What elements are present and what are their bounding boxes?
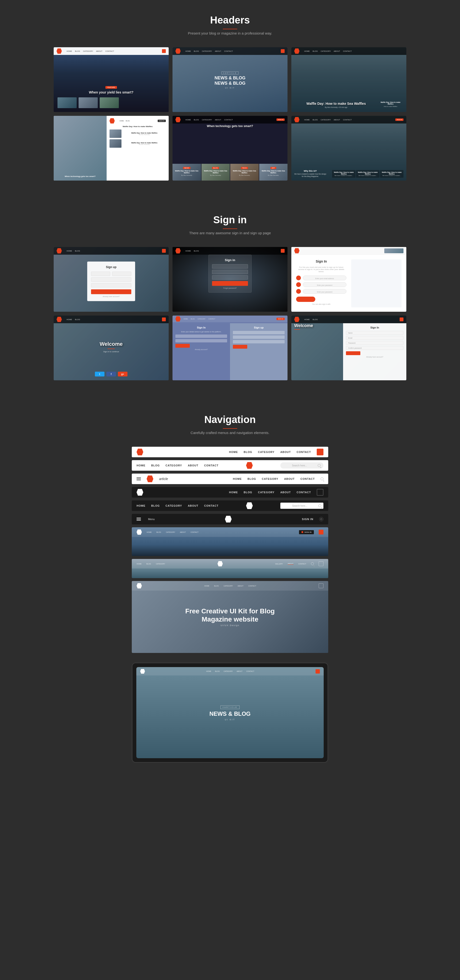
nh3-square-icon[interactable]	[319, 583, 324, 588]
google-btn[interactable]: g+	[118, 372, 127, 377]
password-placeholder: Enter your password	[315, 285, 334, 286]
nav-home-5: HOME	[186, 119, 191, 121]
right-confirm-label: Confirm password	[348, 347, 362, 349]
twitter-btn[interactable]: t	[95, 372, 105, 377]
email-placeholder: Enter your email address	[313, 278, 336, 279]
nav-blog-1: BLOG	[75, 50, 80, 52]
cave-submit[interactable]	[212, 281, 248, 286]
nav-hero-bar-3[interactable]: HOME BLOG CATEGORY ABOUT CONTACT Free Cr…	[132, 581, 328, 653]
s4-red-btn[interactable]	[162, 318, 166, 321]
cave-password[interactable]	[212, 275, 248, 280]
signin-section: Sign in There are many awesome sign in a…	[0, 200, 460, 399]
signup-firstname[interactable]	[91, 272, 110, 276]
nh2-search-icon[interactable]	[311, 562, 314, 565]
s5-signin-badge[interactable]: SIGN IN	[276, 318, 285, 320]
nav-4-home: HOME	[119, 120, 124, 122]
card-nav-2: HOME BLOG CATEGORY ABOUT CONTACT	[173, 47, 287, 55]
nav5-search-icon[interactable]	[319, 504, 321, 507]
s2-red-btn[interactable]	[281, 249, 285, 253]
right-confirm-field[interactable]: Confirm password	[346, 346, 403, 350]
right-name-field[interactable]: Name	[346, 331, 403, 335]
header-card-4[interactable]: When technology gets too smart? HOME BLO…	[54, 116, 169, 181]
s6-red-btn[interactable]	[400, 318, 403, 321]
tablet-nav-contact: CONTACT	[246, 670, 254, 672]
logo-s4	[57, 317, 62, 322]
nav3-search-icon[interactable]	[320, 477, 324, 480]
navigation-section: Navigation Carefully crafted menus and n…	[0, 399, 460, 782]
split-signin-submit[interactable]	[175, 344, 190, 348]
article-sub: UI KIT	[215, 87, 246, 89]
nav1-about: ABOUT	[280, 450, 291, 453]
signin-card-1[interactable]: HOME BLOG Sign up Already have account?	[54, 247, 169, 312]
split-signin-name[interactable]	[175, 334, 227, 338]
nav3-hamburger[interactable]	[136, 477, 141, 480]
signin-card-6[interactable]: HOME BLOG Welcome Sign In Name Email Pas…	[291, 315, 406, 380]
cave-email2[interactable]	[212, 270, 248, 274]
signup-mini-form: Sign up Already have account?	[87, 262, 135, 301]
card-red-btn-2[interactable]	[281, 49, 285, 53]
nav1-red-box[interactable]	[317, 449, 324, 455]
nav6-search-icon[interactable]	[319, 517, 324, 521]
signup-address[interactable]	[91, 277, 131, 282]
split-signin-password[interactable]	[175, 339, 227, 342]
nh2-square-icon[interactable]	[319, 562, 324, 566]
tablet-red-btn[interactable]	[316, 669, 320, 673]
right-submit-btn[interactable]	[346, 351, 360, 355]
nav2-search-placeholder: Search here...	[283, 464, 316, 467]
header-card-6[interactable]: HOME BLOG CATEGORY ABOUT CONTACT SIGN IN…	[291, 116, 406, 181]
thumb-1b	[79, 97, 98, 108]
split-signup-submit[interactable]	[233, 345, 247, 348]
header-card-3[interactable]: HOME BLOG CATEGORY ABOUT CONTACT Waffle …	[291, 47, 406, 112]
nh1-signin-pill[interactable]: SIGN IN	[299, 530, 314, 534]
header-card-1[interactable]: HOME BLOG CATEGORY ABOUT CONTACT FEATURE…	[54, 47, 169, 112]
header-card-2[interactable]: HOME BLOG CATEGORY ABOUT CONTACT #ARTICL…	[173, 47, 287, 112]
nav6-signin[interactable]: SIGN IN	[302, 518, 313, 520]
split-signup-password[interactable]	[233, 340, 285, 344]
welcome-sub: Sign in to continue	[100, 350, 123, 353]
white-password-field[interactable]: Enter your password	[303, 282, 346, 287]
split-signin-desc: Enter your details below to get started …	[175, 331, 227, 332]
white-confirm-field[interactable]: Enter your password	[303, 289, 346, 294]
s6-home: HOME	[304, 319, 310, 320]
nav-hero-nav-3: HOME BLOG CATEGORY ABOUT CONTACT	[132, 581, 328, 590]
header-card-5[interactable]: HOME BLOG CATEGORY ABOUT CONTACT SIGN IN…	[173, 116, 287, 181]
right-email-label: Email	[348, 337, 352, 339]
right-email-field[interactable]: Email	[346, 336, 403, 340]
hamburger-line-1	[136, 477, 141, 478]
white-submit-btn[interactable]	[296, 297, 315, 302]
signup-submit-btn[interactable]	[91, 290, 131, 294]
cave-email[interactable]	[212, 264, 248, 269]
signin-card-2[interactable]: HOME BLOG Sign in Forgot password?	[173, 247, 287, 312]
card-6-content: Why this UI? We have created to explain …	[291, 116, 406, 181]
nav2-search-box[interactable]: Search here...	[280, 462, 324, 469]
signin-card-5[interactable]: HOME BLOG CATEGORY CONTACT SIGN IN Sign …	[173, 315, 287, 380]
logo-s5	[175, 316, 181, 321]
split-signup-email[interactable]	[233, 336, 285, 339]
signup-lastname[interactable]	[112, 272, 131, 276]
white-email-field[interactable]: Enter your email address	[303, 275, 346, 280]
why-col-title-2: Waffle Day: How to make Waffles	[357, 172, 378, 175]
signup-country[interactable]	[91, 283, 131, 288]
nav1-contact: CONTACT	[297, 450, 311, 453]
nav-hero-bar-2[interactable]: HOME BLOG CATEGORY GALLERY ABOUT CONTACT	[132, 559, 328, 578]
right-password-field[interactable]: Password	[346, 341, 403, 345]
signin-badge-5[interactable]: SIGN IN	[276, 118, 285, 121]
nh1-red-box[interactable]	[319, 530, 324, 535]
card-red-btn-1[interactable]	[162, 49, 166, 53]
nav4-square-btn[interactable]	[317, 489, 324, 496]
white-field-row-3: Enter your password	[296, 289, 346, 294]
signin-card-3[interactable]: Sign In For this you must visit and orde…	[291, 247, 406, 312]
signin-link: Already have account?	[91, 296, 131, 298]
nav-4-blog: BLOG	[126, 120, 130, 122]
nav2-search-icon[interactable]	[318, 464, 320, 467]
headers-subtitle: Present your blog or magazine in a profe…	[0, 31, 460, 35]
nav6-hamburger[interactable]	[136, 518, 141, 520]
why-col-title-1: Waffle Day: How to make Waffles	[333, 172, 354, 175]
nav-hero-main-text: Free Creative UI Kit for Blog Magazine w…	[181, 607, 279, 623]
nav-hero-bar-1[interactable]: HOME BLOG CATEGORY ABOUT CONTACT SIGN IN	[132, 527, 328, 556]
s1-red-btn[interactable]	[162, 249, 166, 253]
signin-card-4[interactable]: HOME BLOG Welcome Sign in to continue t …	[54, 315, 169, 380]
split-signup-name[interactable]	[233, 331, 285, 334]
facebook-btn[interactable]: f	[106, 372, 116, 377]
nav5-search-box[interactable]: Search here...	[280, 503, 324, 509]
